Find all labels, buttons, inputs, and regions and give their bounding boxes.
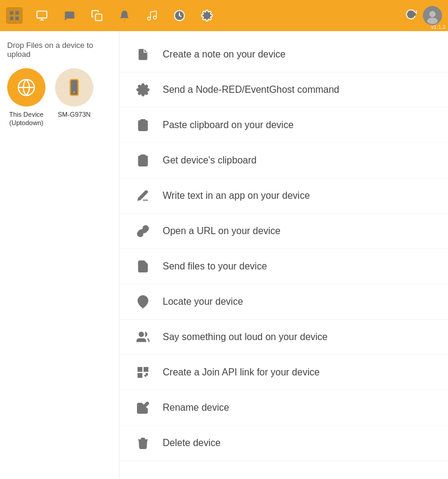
clipboard-download-icon bbox=[134, 151, 152, 169]
gear-icon bbox=[134, 81, 152, 99]
menu-delete-device[interactable]: Delete device bbox=[120, 426, 448, 461]
menu-join-api[interactable]: Create a Join API link for your device bbox=[120, 355, 448, 390]
left-panel: Drop Files on a device to upload This De… bbox=[0, 31, 120, 479]
grid-icon[interactable] bbox=[6, 7, 23, 24]
other-device-label: SM-G973N bbox=[57, 110, 90, 119]
menu-node-red[interactable]: Send a Node-RED/EventGhost command bbox=[120, 72, 448, 108]
note-icon bbox=[134, 46, 152, 63]
svg-point-9 bbox=[427, 18, 438, 25]
locate-device-label: Locate your device bbox=[163, 296, 243, 307]
svg-rect-0 bbox=[10, 11, 14, 15]
svg-point-8 bbox=[429, 11, 436, 17]
speak-icon bbox=[134, 328, 152, 346]
svg-rect-21 bbox=[144, 368, 148, 371]
clipboard-icon bbox=[134, 116, 152, 134]
svg-rect-1 bbox=[16, 11, 19, 15]
menu-get-clipboard[interactable]: Get device's clipboard bbox=[120, 143, 448, 178]
open-url-label: Open a URL on your device bbox=[163, 226, 281, 237]
devices-row: This Device(Uptodown) SM-G973N bbox=[7, 68, 112, 128]
other-device-item[interactable]: SM-G973N bbox=[55, 68, 93, 119]
menu-open-url[interactable]: Open a URL on your device bbox=[120, 214, 448, 249]
svg-rect-15 bbox=[141, 120, 145, 122]
svg-rect-20 bbox=[138, 368, 142, 371]
menu-locate-device[interactable]: Locate your device bbox=[120, 284, 448, 320]
api-link-icon bbox=[134, 363, 152, 381]
menu-paste-clipboard[interactable]: Paste clipboard on your device bbox=[120, 108, 448, 143]
menu-say-aloud[interactable]: Say something out loud on your device bbox=[120, 320, 448, 355]
get-clipboard-label: Get device's clipboard bbox=[163, 155, 257, 166]
this-device-label: This Device(Uptodown) bbox=[9, 110, 43, 128]
rename-icon bbox=[134, 399, 152, 417]
join-api-label: Create a Join API link for your device bbox=[163, 367, 319, 378]
settings-icon[interactable] bbox=[199, 7, 215, 24]
file-send-icon bbox=[134, 257, 152, 275]
location-icon bbox=[134, 293, 152, 311]
svg-point-18 bbox=[141, 299, 145, 302]
svg-rect-5 bbox=[96, 14, 102, 21]
topbar-right bbox=[405, 6, 442, 25]
delete-device-label: Delete device bbox=[163, 438, 221, 448]
refresh-icon[interactable] bbox=[405, 8, 417, 23]
svg-rect-3 bbox=[16, 17, 19, 20]
write-text-label: Write text in an app on your device bbox=[163, 190, 310, 201]
svg-rect-22 bbox=[138, 374, 142, 377]
topbar: v1.1.2 bbox=[0, 0, 448, 31]
create-note-label: Create a note on your device bbox=[163, 49, 285, 60]
link-icon bbox=[134, 222, 152, 240]
paste-clipboard-label: Paste clipboard on your device bbox=[163, 120, 294, 131]
svg-rect-2 bbox=[10, 17, 14, 20]
monitor-icon[interactable] bbox=[33, 7, 50, 24]
right-panel: Create a note on your device Send a Node… bbox=[120, 31, 448, 479]
bell-icon[interactable] bbox=[116, 7, 133, 24]
version-badge: v1.1.2 bbox=[431, 24, 446, 30]
avatar[interactable] bbox=[423, 6, 442, 25]
topbar-icons bbox=[6, 7, 405, 24]
drop-files-label: Drop Files on a device to upload bbox=[7, 41, 112, 59]
node-red-label: Send a Node-RED/EventGhost command bbox=[163, 84, 339, 95]
message-icon[interactable] bbox=[61, 7, 78, 24]
music-icon[interactable] bbox=[144, 7, 160, 24]
history-icon[interactable] bbox=[171, 7, 188, 24]
send-files-label: Send files to your device bbox=[163, 261, 267, 272]
this-device-item[interactable]: This Device(Uptodown) bbox=[7, 68, 45, 128]
say-aloud-label: Say something out loud on your device bbox=[163, 332, 328, 342]
svg-rect-16 bbox=[141, 155, 145, 157]
main-content: Drop Files on a device to upload This De… bbox=[0, 31, 448, 479]
menu-write-text[interactable]: Write text in an app on your device bbox=[120, 178, 448, 214]
rename-device-label: Rename device bbox=[163, 402, 229, 413]
copy-icon[interactable] bbox=[89, 7, 105, 24]
trash-icon bbox=[134, 434, 152, 452]
this-device-circle bbox=[7, 68, 45, 107]
svg-rect-4 bbox=[37, 11, 47, 19]
other-device-circle bbox=[55, 68, 93, 107]
menu-create-note[interactable]: Create a note on your device bbox=[120, 37, 448, 72]
menu-send-files[interactable]: Send files to your device bbox=[120, 249, 448, 284]
pencil-icon bbox=[134, 187, 152, 205]
svg-point-19 bbox=[139, 332, 144, 336]
menu-rename-device[interactable]: Rename device bbox=[120, 390, 448, 426]
